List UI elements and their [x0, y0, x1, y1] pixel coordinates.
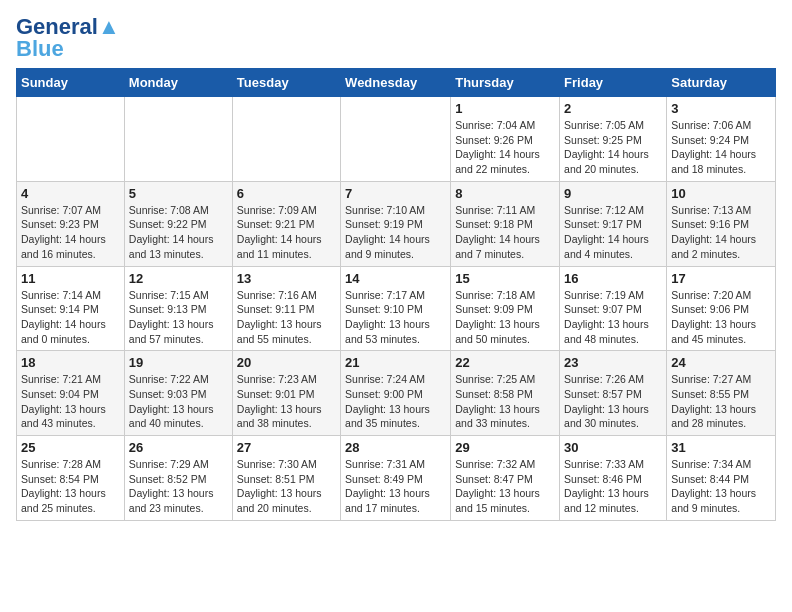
day-cell: 20Sunrise: 7:23 AM Sunset: 9:01 PM Dayli… [232, 351, 340, 436]
day-cell: 23Sunrise: 7:26 AM Sunset: 8:57 PM Dayli… [560, 351, 667, 436]
day-number: 28 [345, 440, 446, 455]
day-info: Sunrise: 7:12 AM Sunset: 9:17 PM Dayligh… [564, 203, 662, 262]
day-info: Sunrise: 7:15 AM Sunset: 9:13 PM Dayligh… [129, 288, 228, 347]
day-info: Sunrise: 7:08 AM Sunset: 9:22 PM Dayligh… [129, 203, 228, 262]
day-number: 4 [21, 186, 120, 201]
day-info: Sunrise: 7:06 AM Sunset: 9:24 PM Dayligh… [671, 118, 771, 177]
day-number: 7 [345, 186, 446, 201]
day-cell: 19Sunrise: 7:22 AM Sunset: 9:03 PM Dayli… [124, 351, 232, 436]
day-info: Sunrise: 7:33 AM Sunset: 8:46 PM Dayligh… [564, 457, 662, 516]
week-row-4: 18Sunrise: 7:21 AM Sunset: 9:04 PM Dayli… [17, 351, 776, 436]
day-number: 10 [671, 186, 771, 201]
day-info: Sunrise: 7:16 AM Sunset: 9:11 PM Dayligh… [237, 288, 336, 347]
day-number: 30 [564, 440, 662, 455]
logo-blue: Blue [16, 36, 64, 61]
day-info: Sunrise: 7:23 AM Sunset: 9:01 PM Dayligh… [237, 372, 336, 431]
week-row-3: 11Sunrise: 7:14 AM Sunset: 9:14 PM Dayli… [17, 266, 776, 351]
day-cell: 4Sunrise: 7:07 AM Sunset: 9:23 PM Daylig… [17, 181, 125, 266]
day-number: 16 [564, 271, 662, 286]
day-info: Sunrise: 7:22 AM Sunset: 9:03 PM Dayligh… [129, 372, 228, 431]
day-cell: 3Sunrise: 7:06 AM Sunset: 9:24 PM Daylig… [667, 97, 776, 182]
weekday-header-tuesday: Tuesday [232, 69, 340, 97]
day-cell [232, 97, 340, 182]
weekday-header-friday: Friday [560, 69, 667, 97]
weekday-header-row: SundayMondayTuesdayWednesdayThursdayFrid… [17, 69, 776, 97]
day-info: Sunrise: 7:27 AM Sunset: 8:55 PM Dayligh… [671, 372, 771, 431]
day-cell: 17Sunrise: 7:20 AM Sunset: 9:06 PM Dayli… [667, 266, 776, 351]
weekday-header-thursday: Thursday [451, 69, 560, 97]
day-cell: 9Sunrise: 7:12 AM Sunset: 9:17 PM Daylig… [560, 181, 667, 266]
day-info: Sunrise: 7:34 AM Sunset: 8:44 PM Dayligh… [671, 457, 771, 516]
day-cell: 8Sunrise: 7:11 AM Sunset: 9:18 PM Daylig… [451, 181, 560, 266]
week-row-1: 1Sunrise: 7:04 AM Sunset: 9:26 PM Daylig… [17, 97, 776, 182]
day-number: 6 [237, 186, 336, 201]
day-cell: 6Sunrise: 7:09 AM Sunset: 9:21 PM Daylig… [232, 181, 340, 266]
day-cell: 15Sunrise: 7:18 AM Sunset: 9:09 PM Dayli… [451, 266, 560, 351]
day-cell: 27Sunrise: 7:30 AM Sunset: 8:51 PM Dayli… [232, 436, 340, 521]
day-info: Sunrise: 7:29 AM Sunset: 8:52 PM Dayligh… [129, 457, 228, 516]
day-number: 9 [564, 186, 662, 201]
day-info: Sunrise: 7:31 AM Sunset: 8:49 PM Dayligh… [345, 457, 446, 516]
day-cell: 13Sunrise: 7:16 AM Sunset: 9:11 PM Dayli… [232, 266, 340, 351]
day-cell: 14Sunrise: 7:17 AM Sunset: 9:10 PM Dayli… [341, 266, 451, 351]
day-cell: 22Sunrise: 7:25 AM Sunset: 8:58 PM Dayli… [451, 351, 560, 436]
day-cell: 7Sunrise: 7:10 AM Sunset: 9:19 PM Daylig… [341, 181, 451, 266]
day-number: 2 [564, 101, 662, 116]
day-cell [124, 97, 232, 182]
weekday-header-wednesday: Wednesday [341, 69, 451, 97]
day-number: 21 [345, 355, 446, 370]
day-info: Sunrise: 7:14 AM Sunset: 9:14 PM Dayligh… [21, 288, 120, 347]
day-info: Sunrise: 7:30 AM Sunset: 8:51 PM Dayligh… [237, 457, 336, 516]
day-number: 13 [237, 271, 336, 286]
day-info: Sunrise: 7:11 AM Sunset: 9:18 PM Dayligh… [455, 203, 555, 262]
day-number: 12 [129, 271, 228, 286]
day-cell: 11Sunrise: 7:14 AM Sunset: 9:14 PM Dayli… [17, 266, 125, 351]
day-number: 14 [345, 271, 446, 286]
day-cell: 10Sunrise: 7:13 AM Sunset: 9:16 PM Dayli… [667, 181, 776, 266]
day-cell: 25Sunrise: 7:28 AM Sunset: 8:54 PM Dayli… [17, 436, 125, 521]
day-cell: 12Sunrise: 7:15 AM Sunset: 9:13 PM Dayli… [124, 266, 232, 351]
day-info: Sunrise: 7:07 AM Sunset: 9:23 PM Dayligh… [21, 203, 120, 262]
day-cell: 26Sunrise: 7:29 AM Sunset: 8:52 PM Dayli… [124, 436, 232, 521]
day-number: 20 [237, 355, 336, 370]
day-cell: 28Sunrise: 7:31 AM Sunset: 8:49 PM Dayli… [341, 436, 451, 521]
day-cell: 2Sunrise: 7:05 AM Sunset: 9:25 PM Daylig… [560, 97, 667, 182]
day-cell: 29Sunrise: 7:32 AM Sunset: 8:47 PM Dayli… [451, 436, 560, 521]
day-info: Sunrise: 7:17 AM Sunset: 9:10 PM Dayligh… [345, 288, 446, 347]
day-cell: 30Sunrise: 7:33 AM Sunset: 8:46 PM Dayli… [560, 436, 667, 521]
day-number: 25 [21, 440, 120, 455]
day-cell: 16Sunrise: 7:19 AM Sunset: 9:07 PM Dayli… [560, 266, 667, 351]
day-number: 23 [564, 355, 662, 370]
week-row-2: 4Sunrise: 7:07 AM Sunset: 9:23 PM Daylig… [17, 181, 776, 266]
day-number: 19 [129, 355, 228, 370]
day-number: 29 [455, 440, 555, 455]
weekday-header-monday: Monday [124, 69, 232, 97]
day-number: 15 [455, 271, 555, 286]
day-number: 27 [237, 440, 336, 455]
day-cell: 21Sunrise: 7:24 AM Sunset: 9:00 PM Dayli… [341, 351, 451, 436]
day-info: Sunrise: 7:13 AM Sunset: 9:16 PM Dayligh… [671, 203, 771, 262]
day-number: 26 [129, 440, 228, 455]
day-cell: 18Sunrise: 7:21 AM Sunset: 9:04 PM Dayli… [17, 351, 125, 436]
calendar-table: SundayMondayTuesdayWednesdayThursdayFrid… [16, 68, 776, 521]
day-number: 8 [455, 186, 555, 201]
logo-text: General▲Blue [16, 16, 120, 60]
day-number: 18 [21, 355, 120, 370]
day-cell: 24Sunrise: 7:27 AM Sunset: 8:55 PM Dayli… [667, 351, 776, 436]
day-number: 24 [671, 355, 771, 370]
day-cell [17, 97, 125, 182]
day-info: Sunrise: 7:32 AM Sunset: 8:47 PM Dayligh… [455, 457, 555, 516]
day-info: Sunrise: 7:04 AM Sunset: 9:26 PM Dayligh… [455, 118, 555, 177]
day-info: Sunrise: 7:18 AM Sunset: 9:09 PM Dayligh… [455, 288, 555, 347]
day-info: Sunrise: 7:20 AM Sunset: 9:06 PM Dayligh… [671, 288, 771, 347]
day-info: Sunrise: 7:09 AM Sunset: 9:21 PM Dayligh… [237, 203, 336, 262]
day-number: 22 [455, 355, 555, 370]
week-row-5: 25Sunrise: 7:28 AM Sunset: 8:54 PM Dayli… [17, 436, 776, 521]
day-number: 31 [671, 440, 771, 455]
day-cell: 31Sunrise: 7:34 AM Sunset: 8:44 PM Dayli… [667, 436, 776, 521]
day-info: Sunrise: 7:25 AM Sunset: 8:58 PM Dayligh… [455, 372, 555, 431]
day-number: 1 [455, 101, 555, 116]
day-cell: 1Sunrise: 7:04 AM Sunset: 9:26 PM Daylig… [451, 97, 560, 182]
day-cell [341, 97, 451, 182]
day-number: 11 [21, 271, 120, 286]
